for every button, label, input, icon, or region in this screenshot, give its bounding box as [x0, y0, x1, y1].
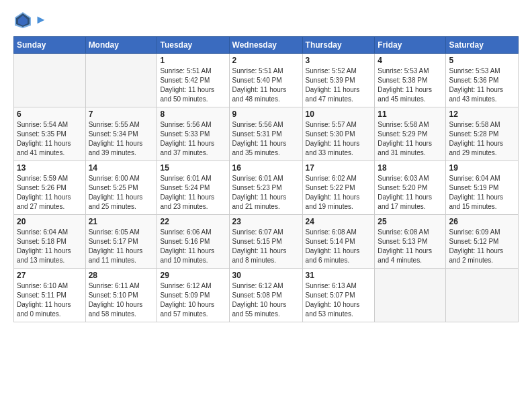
day-detail: Sunrise: 6:11 AM Sunset: 5:10 PM Dayligh…: [89, 281, 154, 319]
calendar-cell: 11Sunrise: 5:58 AM Sunset: 5:29 PM Dayli…: [375, 107, 446, 161]
day-detail: Sunrise: 6:12 AM Sunset: 5:08 PM Dayligh…: [232, 281, 300, 319]
calendar-cell: [446, 269, 519, 322]
calendar-cell: 28Sunrise: 6:11 AM Sunset: 5:10 PM Dayli…: [85, 269, 157, 322]
day-detail: Sunrise: 6:08 AM Sunset: 5:14 PM Dayligh…: [306, 228, 372, 265]
calendar-cell: 25Sunrise: 6:08 AM Sunset: 5:13 PM Dayli…: [375, 215, 446, 269]
calendar-week-4: 20Sunrise: 6:04 AM Sunset: 5:18 PM Dayli…: [14, 215, 519, 269]
calendar-cell: 6Sunrise: 5:54 AM Sunset: 5:35 PM Daylig…: [14, 107, 86, 161]
day-number: 29: [160, 271, 226, 280]
calendar-header-row: SundayMondayTuesdayWednesdayThursdayFrid…: [14, 37, 519, 54]
day-number: 9: [232, 109, 300, 119]
calendar-cell: 9Sunrise: 5:56 AM Sunset: 5:31 PM Daylig…: [229, 107, 302, 161]
day-detail: Sunrise: 5:58 AM Sunset: 5:29 PM Dayligh…: [378, 120, 443, 158]
calendar-cell: 13Sunrise: 5:59 AM Sunset: 5:26 PM Dayli…: [14, 161, 86, 215]
day-number: 22: [160, 217, 226, 226]
logo-text: ►: [35, 13, 47, 27]
calendar-cell: 24Sunrise: 6:08 AM Sunset: 5:14 PM Dayli…: [302, 215, 375, 269]
day-detail: Sunrise: 5:59 AM Sunset: 5:26 PM Dayligh…: [17, 174, 83, 212]
day-detail: Sunrise: 6:06 AM Sunset: 5:16 PM Dayligh…: [160, 228, 226, 265]
calendar-cell: 17Sunrise: 6:02 AM Sunset: 5:22 PM Dayli…: [302, 161, 375, 215]
day-header-sunday: Sunday: [14, 37, 86, 54]
day-number: 30: [232, 271, 300, 280]
day-number: 19: [449, 163, 515, 173]
day-number: 20: [17, 217, 83, 226]
calendar-cell: 16Sunrise: 6:01 AM Sunset: 5:23 PM Dayli…: [229, 161, 302, 215]
day-detail: Sunrise: 6:10 AM Sunset: 5:11 PM Dayligh…: [17, 281, 83, 319]
logo: ►: [13, 11, 47, 30]
calendar-cell: 7Sunrise: 5:55 AM Sunset: 5:34 PM Daylig…: [85, 107, 157, 161]
day-number: 1: [160, 56, 226, 65]
day-number: 8: [160, 109, 226, 119]
day-number: 6: [17, 109, 83, 119]
day-number: 31: [306, 271, 372, 280]
calendar-cell: 1Sunrise: 5:51 AM Sunset: 5:42 PM Daylig…: [157, 54, 229, 107]
day-number: 28: [89, 271, 154, 280]
day-detail: Sunrise: 6:13 AM Sunset: 5:07 PM Dayligh…: [306, 281, 372, 319]
day-detail: Sunrise: 5:58 AM Sunset: 5:28 PM Dayligh…: [449, 120, 515, 158]
day-detail: Sunrise: 5:53 AM Sunset: 5:38 PM Dayligh…: [378, 66, 443, 104]
calendar-cell: [375, 269, 446, 322]
logo-icon: [13, 11, 32, 30]
day-detail: Sunrise: 6:01 AM Sunset: 5:23 PM Dayligh…: [232, 174, 300, 212]
calendar-cell: 29Sunrise: 6:12 AM Sunset: 5:09 PM Dayli…: [157, 269, 229, 322]
day-number: 16: [232, 163, 300, 173]
calendar-cell: 21Sunrise: 6:05 AM Sunset: 5:17 PM Dayli…: [85, 215, 157, 269]
calendar-cell: [14, 54, 86, 107]
header: ►: [13, 11, 519, 30]
calendar-cell: 30Sunrise: 6:12 AM Sunset: 5:08 PM Dayli…: [229, 269, 302, 322]
day-number: 4: [378, 56, 443, 65]
day-detail: Sunrise: 6:03 AM Sunset: 5:20 PM Dayligh…: [378, 174, 443, 212]
calendar-cell: 3Sunrise: 5:52 AM Sunset: 5:39 PM Daylig…: [302, 54, 375, 107]
day-number: 7: [89, 109, 154, 119]
day-header-saturday: Saturday: [446, 37, 519, 54]
day-number: 12: [449, 109, 515, 119]
day-detail: Sunrise: 5:57 AM Sunset: 5:30 PM Dayligh…: [306, 120, 372, 158]
day-number: 10: [306, 109, 372, 119]
day-detail: Sunrise: 6:01 AM Sunset: 5:24 PM Dayligh…: [160, 174, 226, 212]
calendar-cell: 5Sunrise: 5:53 AM Sunset: 5:36 PM Daylig…: [446, 54, 519, 107]
calendar-cell: 8Sunrise: 5:56 AM Sunset: 5:33 PM Daylig…: [157, 107, 229, 161]
day-number: 25: [378, 217, 443, 226]
day-number: 5: [449, 56, 515, 65]
day-detail: Sunrise: 5:56 AM Sunset: 5:31 PM Dayligh…: [232, 120, 300, 158]
calendar-cell: 4Sunrise: 5:53 AM Sunset: 5:38 PM Daylig…: [375, 54, 446, 107]
day-number: 26: [449, 217, 515, 226]
day-detail: Sunrise: 6:08 AM Sunset: 5:13 PM Dayligh…: [378, 228, 443, 265]
day-detail: Sunrise: 6:07 AM Sunset: 5:15 PM Dayligh…: [232, 228, 300, 265]
calendar-cell: 22Sunrise: 6:06 AM Sunset: 5:16 PM Dayli…: [157, 215, 229, 269]
day-detail: Sunrise: 5:56 AM Sunset: 5:33 PM Dayligh…: [160, 120, 226, 158]
day-detail: Sunrise: 5:55 AM Sunset: 5:34 PM Dayligh…: [89, 120, 154, 158]
day-number: 2: [232, 56, 300, 65]
day-header-tuesday: Tuesday: [157, 37, 229, 54]
day-header-friday: Friday: [375, 37, 446, 54]
day-number: 17: [306, 163, 372, 173]
calendar: SundayMondayTuesdayWednesdayThursdayFrid…: [13, 36, 519, 322]
page: ► SundayMondayTuesdayWednesdayThursdayFr…: [0, 0, 532, 411]
calendar-week-1: 1Sunrise: 5:51 AM Sunset: 5:42 PM Daylig…: [14, 54, 519, 107]
day-number: 23: [232, 217, 300, 226]
calendar-cell: 19Sunrise: 6:04 AM Sunset: 5:19 PM Dayli…: [446, 161, 519, 215]
calendar-cell: 26Sunrise: 6:09 AM Sunset: 5:12 PM Dayli…: [446, 215, 519, 269]
day-header-thursday: Thursday: [302, 37, 375, 54]
day-number: 24: [306, 217, 372, 226]
calendar-cell: [85, 54, 157, 107]
calendar-cell: 2Sunrise: 5:51 AM Sunset: 5:40 PM Daylig…: [229, 54, 302, 107]
calendar-cell: 27Sunrise: 6:10 AM Sunset: 5:11 PM Dayli…: [14, 269, 86, 322]
day-number: 15: [160, 163, 226, 173]
calendar-cell: 20Sunrise: 6:04 AM Sunset: 5:18 PM Dayli…: [14, 215, 86, 269]
calendar-week-3: 13Sunrise: 5:59 AM Sunset: 5:26 PM Dayli…: [14, 161, 519, 215]
day-detail: Sunrise: 5:53 AM Sunset: 5:36 PM Dayligh…: [449, 66, 515, 104]
calendar-cell: 10Sunrise: 5:57 AM Sunset: 5:30 PM Dayli…: [302, 107, 375, 161]
calendar-cell: 15Sunrise: 6:01 AM Sunset: 5:24 PM Dayli…: [157, 161, 229, 215]
day-detail: Sunrise: 6:12 AM Sunset: 5:09 PM Dayligh…: [160, 281, 226, 319]
calendar-cell: 12Sunrise: 5:58 AM Sunset: 5:28 PM Dayli…: [446, 107, 519, 161]
day-detail: Sunrise: 6:04 AM Sunset: 5:18 PM Dayligh…: [17, 228, 83, 265]
day-number: 11: [378, 109, 443, 119]
day-header-monday: Monday: [85, 37, 157, 54]
day-detail: Sunrise: 5:51 AM Sunset: 5:40 PM Dayligh…: [232, 66, 300, 104]
day-detail: Sunrise: 6:05 AM Sunset: 5:17 PM Dayligh…: [89, 228, 154, 265]
day-number: 21: [89, 217, 154, 226]
calendar-body: 1Sunrise: 5:51 AM Sunset: 5:42 PM Daylig…: [14, 54, 519, 322]
day-number: 27: [17, 271, 83, 280]
day-detail: Sunrise: 6:00 AM Sunset: 5:25 PM Dayligh…: [89, 174, 154, 212]
